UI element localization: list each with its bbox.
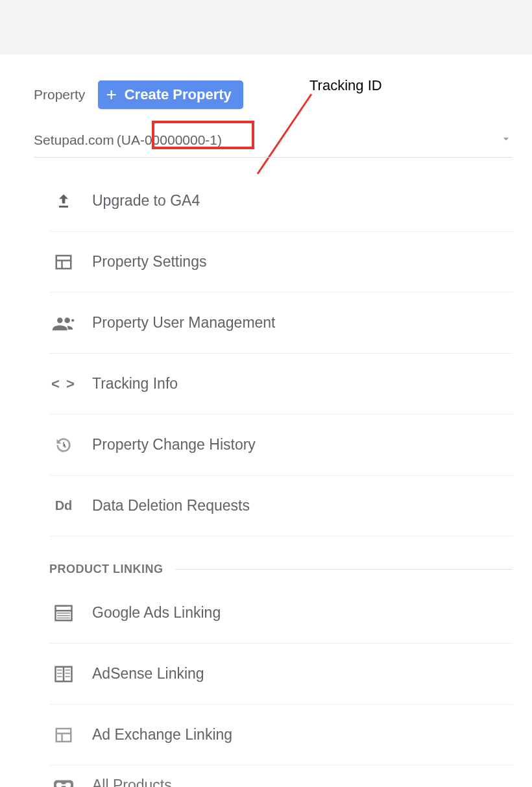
- adexchange-icon: [49, 725, 78, 745]
- tracking-id-value: (UA-00000000-1): [117, 132, 222, 148]
- property-header: Property + Create Property Tracking ID: [34, 54, 513, 109]
- code-icon: < >: [49, 376, 78, 393]
- svg-rect-2: [56, 256, 71, 269]
- create-property-label: Create Property: [125, 86, 232, 103]
- menu-label: Upgrade to GA4: [92, 192, 200, 210]
- menu-label: AdSense Linking: [92, 665, 204, 683]
- menu-data-deletion[interactable]: Dd Data Deletion Requests: [49, 476, 513, 537]
- menu-upgrade-ga4[interactable]: Upgrade to GA4: [49, 171, 513, 232]
- annotation-tracking-id-label: Tracking ID: [309, 77, 382, 94]
- site-name: Setupad.com: [34, 132, 114, 148]
- menu-label: Ad Exchange Linking: [92, 726, 232, 744]
- ads-icon: [49, 604, 78, 622]
- section-product-linking: PRODUCT LINKING: [49, 563, 513, 576]
- menu-tracking-info[interactable]: < > Tracking Info: [49, 354, 513, 415]
- history-icon: [49, 436, 78, 454]
- users-icon: [49, 315, 78, 331]
- menu-adsense-linking[interactable]: AdSense Linking: [49, 644, 513, 705]
- menu-label: Property Change History: [92, 436, 256, 454]
- property-menu: Upgrade to GA4 Property Settings Propert…: [34, 171, 513, 787]
- svg-rect-27: [60, 784, 67, 786]
- menu-label: Google Ads Linking: [92, 604, 221, 622]
- menu-label: All Products: [92, 777, 172, 788]
- menu-user-management[interactable]: Property User Management: [49, 293, 513, 354]
- svg-point-5: [57, 317, 63, 323]
- svg-rect-21: [56, 729, 71, 742]
- section-title: PRODUCT LINKING: [49, 563, 163, 576]
- chevron-down-icon: [500, 132, 513, 148]
- upgrade-icon: [49, 192, 78, 210]
- menu-label: Data Deletion Requests: [92, 497, 250, 515]
- section-divider: [175, 569, 513, 570]
- menu-google-ads-linking[interactable]: Google Ads Linking: [49, 583, 513, 644]
- top-bar: [0, 0, 532, 54]
- property-selector[interactable]: Setupad.com (UA-00000000-1): [34, 132, 513, 158]
- menu-property-settings[interactable]: Property Settings: [49, 232, 513, 293]
- dd-icon: Dd: [49, 498, 78, 513]
- menu-label: Property User Management: [92, 314, 276, 332]
- menu-change-history[interactable]: Property Change History: [49, 415, 513, 476]
- property-label: Property: [34, 87, 85, 103]
- menu-label: Property Settings: [92, 253, 206, 271]
- link-icon: [49, 778, 78, 787]
- layout-icon: [49, 252, 78, 272]
- menu-all-products[interactable]: All Products: [49, 766, 513, 787]
- menu-adexchange-linking[interactable]: Ad Exchange Linking: [49, 705, 513, 766]
- adsense-icon: [49, 665, 78, 683]
- svg-point-7: [71, 319, 74, 321]
- svg-rect-1: [59, 206, 68, 208]
- create-property-button[interactable]: + Create Property: [98, 80, 243, 109]
- plus-icon: +: [106, 86, 116, 104]
- menu-label: Tracking Info: [92, 375, 178, 393]
- svg-point-6: [64, 317, 70, 323]
